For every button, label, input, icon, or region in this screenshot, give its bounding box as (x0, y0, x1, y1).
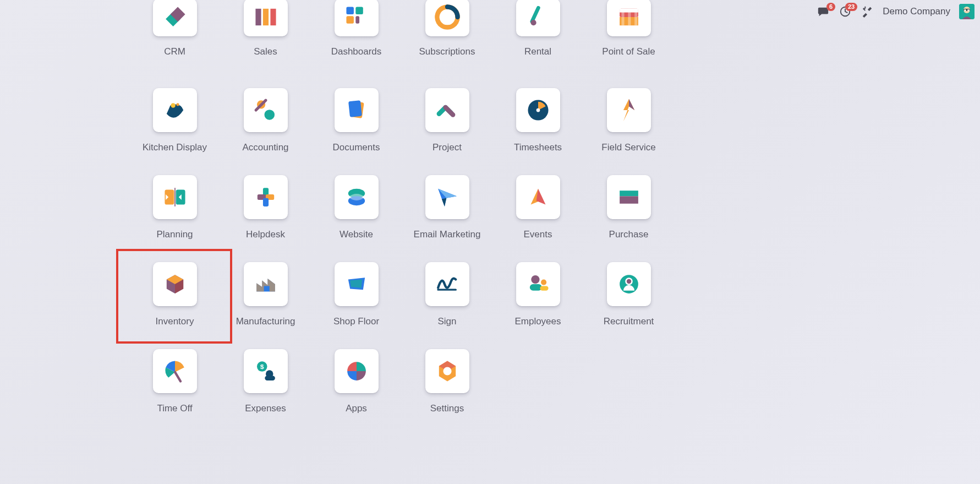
app-shop-floor[interactable]: Shop Floor (311, 260, 402, 347)
app-inventory[interactable]: Inventory (129, 260, 220, 347)
app-tile (335, 349, 379, 393)
app-apps[interactable]: Apps (311, 347, 402, 434)
timesheets-icon (523, 95, 553, 125)
app-label: Accounting (242, 142, 288, 153)
app-label: Sales (254, 46, 277, 57)
app-label: Kitchen Display (143, 142, 207, 153)
app-tile (607, 0, 651, 36)
sales-icon (251, 2, 281, 32)
app-email-mkt[interactable]: Email Marketing (402, 173, 492, 260)
app-tile (335, 262, 379, 306)
app-label: Events (524, 229, 552, 240)
app-tile (335, 175, 379, 219)
app-purchase[interactable]: Purchase (583, 173, 674, 260)
app-tile (607, 262, 651, 306)
app-settings[interactable]: Settings (402, 347, 492, 434)
app-tile (516, 175, 560, 219)
app-tile (607, 175, 651, 219)
app-label: Planning (156, 229, 193, 240)
app-tile (607, 88, 651, 132)
purchase-icon (614, 182, 644, 212)
field-service-icon (614, 95, 644, 125)
app-label: Settings (430, 403, 464, 414)
app-label: Apps (346, 403, 367, 414)
app-tile (335, 0, 379, 36)
expenses-icon (251, 356, 281, 386)
app-pos[interactable]: Point of Sale (583, 6, 674, 86)
inventory-icon (160, 269, 190, 299)
app-time-off[interactable]: Time Off (129, 347, 220, 434)
tools-icon (861, 6, 873, 18)
project-icon (432, 95, 462, 125)
messages-button[interactable]: 6 (817, 5, 830, 18)
app-label: Shop Floor (333, 316, 379, 327)
app-label: CRM (164, 46, 185, 57)
app-label: Field Service (601, 142, 655, 153)
app-tile (153, 262, 197, 306)
app-timesheets[interactable]: Timesheets (492, 86, 583, 173)
website-icon (342, 182, 371, 212)
app-employees[interactable]: Employees (492, 260, 583, 347)
app-label: Documents (333, 142, 380, 153)
activities-button[interactable]: 23 (839, 5, 852, 18)
app-tile (244, 0, 288, 36)
user-avatar[interactable] (959, 4, 974, 19)
svg-rect-73 (964, 9, 966, 11)
apps-icon (342, 356, 371, 386)
app-label: Time Off (157, 403, 192, 414)
app-label: Recruitment (604, 316, 654, 327)
app-dashboards[interactable]: Dashboards (311, 6, 402, 86)
crm-icon (160, 2, 190, 32)
settings-icon (432, 356, 462, 386)
app-label: Helpdesk (246, 229, 285, 240)
app-tile (335, 88, 379, 132)
apps-grid: CRMSalesDashboardsSubscriptionsRentalPoi… (129, 6, 674, 434)
app-label: Dashboards (331, 46, 382, 57)
app-recruitment[interactable]: Recruitment (583, 260, 674, 347)
events-icon (523, 182, 553, 212)
apps-area: CRMSalesDashboardsSubscriptionsRentalPoi… (0, 0, 803, 434)
app-tile (244, 349, 288, 393)
recruitment-icon (614, 269, 644, 299)
time-off-icon (160, 356, 190, 386)
avatar-icon (959, 4, 974, 19)
accounting-icon (251, 95, 281, 125)
activities-badge: 23 (845, 3, 857, 11)
app-tile (153, 0, 197, 36)
app-website[interactable]: Website (311, 173, 402, 260)
app-planning[interactable]: Planning (129, 173, 220, 260)
app-sales[interactable]: Sales (220, 6, 311, 86)
app-label: Manufacturing (236, 316, 295, 327)
helpdesk-icon (251, 182, 281, 212)
app-label: Rental (524, 46, 551, 57)
app-manufacturing[interactable]: Manufacturing (220, 260, 311, 347)
app-subscriptions[interactable]: Subscriptions (402, 6, 492, 86)
app-rental[interactable]: Rental (492, 6, 583, 86)
app-tile (425, 88, 469, 132)
app-expenses[interactable]: Expenses (220, 347, 311, 434)
app-label: Point of Sale (602, 46, 655, 57)
app-tile (425, 349, 469, 393)
app-helpdesk[interactable]: Helpdesk (220, 173, 311, 260)
pos-icon (614, 2, 644, 32)
app-project[interactable]: Project (402, 86, 492, 173)
app-sign[interactable]: Sign (402, 260, 492, 347)
app-field-service[interactable]: Field Service (583, 86, 674, 173)
app-tile (244, 175, 288, 219)
topbar: 6 23 Demo Company (817, 3, 974, 20)
app-tile (425, 0, 469, 36)
company-selector[interactable]: Demo Company (883, 6, 950, 17)
app-crm[interactable]: CRM (129, 6, 220, 86)
email-mkt-icon (432, 182, 462, 212)
app-kitchen[interactable]: Kitchen Display (129, 86, 220, 173)
app-documents[interactable]: Documents (311, 86, 402, 173)
app-tile (153, 175, 197, 219)
app-tile (516, 88, 560, 132)
documents-icon (342, 95, 371, 125)
app-label: Email Marketing (414, 229, 481, 240)
app-tile (516, 0, 560, 36)
app-events[interactable]: Events (492, 173, 583, 260)
app-accounting[interactable]: Accounting (220, 86, 311, 173)
debug-button[interactable] (861, 5, 874, 18)
app-tile (153, 88, 197, 132)
